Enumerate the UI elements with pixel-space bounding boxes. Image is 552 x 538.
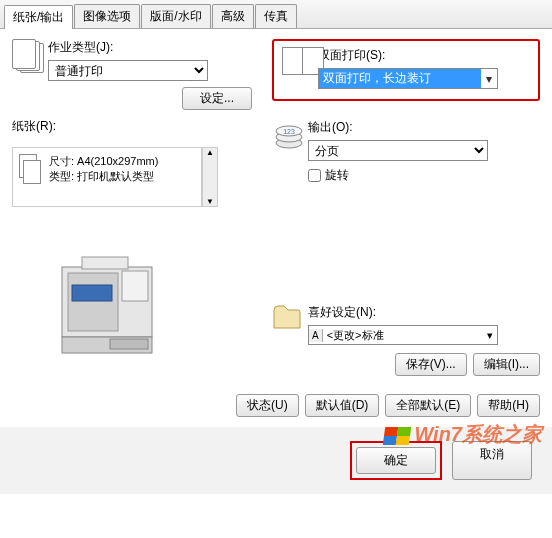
scroll-up-icon[interactable]: ▲ bbox=[203, 148, 217, 157]
svg-rect-2 bbox=[68, 273, 118, 331]
job-type-select[interactable]: 普通打印 bbox=[48, 60, 208, 81]
favorite-badge: A bbox=[309, 329, 323, 342]
svg-rect-4 bbox=[72, 285, 112, 301]
rotate-label: 旋转 bbox=[325, 167, 349, 184]
favorite-save-button[interactable]: 保存(V)... bbox=[395, 353, 467, 376]
duplex-highlight: 双面打印(S): 双面打印，长边装订 ▾ bbox=[272, 39, 540, 101]
favorite-icon bbox=[272, 304, 308, 340]
defaults-button[interactable]: 默认值(D) bbox=[305, 394, 380, 417]
job-type-label: 作业类型(J): bbox=[48, 39, 252, 56]
printer-preview bbox=[12, 207, 252, 370]
printer-icon bbox=[42, 237, 172, 367]
duplex-selected-value: 双面打印，长边装订 bbox=[319, 69, 481, 88]
tab-paper-output[interactable]: 纸张/输出 bbox=[4, 5, 73, 29]
dropdown-arrow-icon: ▾ bbox=[483, 329, 497, 342]
job-type-icon bbox=[12, 39, 48, 75]
duplex-label: 双面打印(S): bbox=[318, 47, 530, 64]
dialog-footer: Win7系统之家 确定 取消 bbox=[0, 427, 552, 494]
svg-rect-3 bbox=[122, 271, 148, 301]
favorite-label: 喜好设定(N): bbox=[308, 304, 540, 321]
paper-info-box[interactable]: 尺寸: A4(210x297mm) 类型: 打印机默认类型 bbox=[12, 147, 202, 207]
paper-icon bbox=[19, 154, 49, 200]
tab-image-options[interactable]: 图像选项 bbox=[74, 4, 140, 28]
dropdown-arrow-icon: ▾ bbox=[481, 72, 497, 86]
output-label: 输出(O): bbox=[308, 119, 540, 136]
ok-highlight: 确定 bbox=[350, 441, 442, 480]
tab-layout-watermark[interactable]: 版面/水印 bbox=[141, 4, 210, 28]
scroll-down-icon[interactable]: ▼ bbox=[203, 197, 217, 206]
duplex-select[interactable]: 双面打印，长边装订 ▾ bbox=[318, 68, 498, 89]
job-type-settings-button[interactable]: 设定... bbox=[182, 87, 252, 110]
tab-content: 作业类型(J): 普通打印 设定... 纸张(R): bbox=[0, 29, 552, 427]
paper-label: 纸张(R): bbox=[12, 118, 252, 135]
paper-scrollbar[interactable]: ▲ ▼ bbox=[202, 147, 218, 207]
output-select[interactable]: 分页 bbox=[308, 140, 488, 161]
favorite-select[interactable]: A <更改>标准 ▾ bbox=[308, 325, 498, 345]
tab-advanced[interactable]: 高级 bbox=[212, 4, 254, 28]
paper-size-text: 尺寸: A4(210x297mm) bbox=[49, 154, 158, 169]
favorite-value: <更改>标准 bbox=[323, 328, 483, 343]
svg-text:123: 123 bbox=[283, 128, 295, 135]
svg-rect-5 bbox=[110, 339, 148, 349]
tab-fax[interactable]: 传真 bbox=[255, 4, 297, 28]
rotate-checkbox[interactable] bbox=[308, 169, 321, 182]
ok-button[interactable]: 确定 bbox=[356, 447, 436, 474]
output-icon: 123 bbox=[272, 119, 308, 155]
duplex-icon bbox=[282, 47, 318, 83]
all-defaults-button[interactable]: 全部默认(E) bbox=[385, 394, 471, 417]
paper-type-text: 类型: 打印机默认类型 bbox=[49, 169, 158, 184]
cancel-button[interactable]: 取消 bbox=[452, 441, 532, 480]
status-button[interactable]: 状态(U) bbox=[236, 394, 299, 417]
tab-bar: 纸张/输出 图像选项 版面/水印 高级 传真 bbox=[0, 0, 552, 29]
favorite-edit-button[interactable]: 编辑(I)... bbox=[473, 353, 540, 376]
help-button[interactable]: 帮助(H) bbox=[477, 394, 540, 417]
svg-rect-6 bbox=[82, 257, 128, 269]
